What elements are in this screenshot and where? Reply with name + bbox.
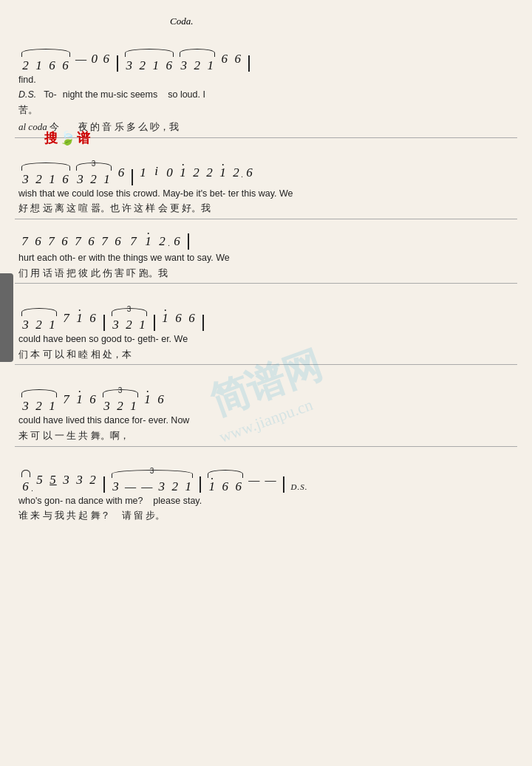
logo-text2: 谱 <box>77 129 90 147</box>
note-6c: 6 <box>100 52 113 66</box>
notes-row-2: 3 2 1 6 3 3 2 1 6 1 i 0 1 2 2 1 2. 6 <box>15 144 517 187</box>
bar-s6-1 <box>103 476 105 493</box>
divider-2 <box>15 219 517 219</box>
bar-s6-3 <box>283 476 284 493</box>
bar-line-1 <box>117 55 118 72</box>
section-1: Coda. 2 1 6 6 — 0 6 3 2 1 6 3 2 <box>15 11 517 134</box>
divider-4 <box>15 364 517 365</box>
coda-label: Coda. <box>170 16 193 27</box>
note-6f: 6 <box>231 52 245 66</box>
logo-text: 搜 <box>44 129 58 147</box>
section-4: 3 2 1 7 1 6 3 3 2 1 1 6 6 could have bee… <box>15 290 517 361</box>
note-1c: 1 <box>204 58 217 73</box>
arc-s4-1: 3 2 1 <box>19 304 59 332</box>
note-1b: 1 <box>149 58 163 73</box>
notes-row-3: 7 6 7 6 7 6 7 6 7 1 2. 6 <box>15 225 517 251</box>
arc-s5-2: 3 3 2 1 <box>100 386 140 414</box>
note-6e: 6 <box>218 52 231 66</box>
logo: 搜 🍃 谱 <box>44 129 90 147</box>
arc-group-1: 2 1 6 6 <box>19 45 72 73</box>
lyrics-cn-6: 谁 来 与 我 共 起 舞？ 请 留 步。 <box>15 508 517 523</box>
section-6: 6. 5 5 3 3 2 3 3 — — 3 2 1 1 6 6 <box>15 453 517 523</box>
note-1: 1 <box>33 58 46 73</box>
arc-6-1: 6. <box>19 466 33 494</box>
arc-s4-2: 3 3 2 1 <box>109 304 149 332</box>
arc-s6-2: 3 3 — — 3 2 1 <box>109 466 195 494</box>
arc-s5-1: 3 2 1 <box>19 386 59 414</box>
lyrics-cn-1b: al coda 今 夜 的 音 乐 多 么 吵，我 <box>15 120 517 134</box>
lyrics-en-5: could have lived this dance for- ever. N… <box>15 414 517 428</box>
note-6: 6 <box>46 58 59 73</box>
note-2: 2 <box>19 58 33 73</box>
bar-s4-1 <box>103 315 105 331</box>
lyrics-en-2: wish that we could lose this crowd. May-… <box>15 187 517 201</box>
bar-s4-2 <box>154 315 155 331</box>
arc-s2-1: 3 2 1 6 <box>19 159 72 187</box>
note-3b: 3 <box>177 58 191 73</box>
bar-s6-2 <box>200 476 201 493</box>
lyrics-cn-4: 们 本 可 以 和 睦 相 处，本 <box>15 347 517 362</box>
notes-row-6: 6. 5 5 3 3 2 3 3 — — 3 2 1 1 6 6 <box>15 453 517 494</box>
lyrics-en-1a: find. <box>15 73 517 87</box>
divider-5 <box>15 446 517 447</box>
divider-1 <box>15 137 517 138</box>
page: 简谱网 www.jianpu.cn 搜 🍃 谱 { "sections": [ … <box>0 0 532 766</box>
note-6b: 6 <box>59 58 72 73</box>
notes-row-4: 3 2 1 7 1 6 3 3 2 1 1 6 6 <box>15 290 517 332</box>
lyrics-en-6: who's gon- na dance with me? please stay… <box>15 494 517 508</box>
arc-s2-2: 3 3 2 1 <box>74 159 114 187</box>
divider-3 <box>15 283 517 284</box>
left-tab-decoration <box>0 273 13 362</box>
lyrics-cn-2: 好 想 远 离 这 喧 嚣。也 许 这 样 会 更 好。我 <box>15 201 517 216</box>
lyrics-cn-5: 来 可 以 一 生 共 舞。啊， <box>15 428 517 443</box>
note-0: 0 <box>89 52 100 66</box>
bar-s2 <box>132 169 133 185</box>
bar-s4-3 <box>202 315 204 331</box>
lyrics-cn-3: 们 用 话 语 把 彼 此 伤 害 吓 跑。我 <box>15 266 517 281</box>
note-dash: — <box>73 52 89 66</box>
logo-leaf-icon: 🍃 <box>59 130 75 146</box>
note-2c: 2 <box>191 58 204 73</box>
notes-row-5: 3 2 1 7 1 6 3 3 2 1 1 6 <box>15 371 517 414</box>
note-2b: 2 <box>136 58 149 73</box>
arc-group-2: 3 2 1 6 <box>123 45 176 73</box>
lyrics-en-1b: D.S. To- night the mu-sic seems so loud.… <box>15 88 517 102</box>
lyrics-cn-1a: 苦。 <box>15 103 517 117</box>
bar-line-end1 <box>248 55 250 72</box>
note-6d: 6 <box>163 58 176 73</box>
lyrics-en-3: hurt each oth- er with the things we wan… <box>15 251 517 265</box>
lyrics-en-4: could have been so good to- geth- er. We <box>15 332 517 346</box>
notes-row-1: 2 1 6 6 — 0 6 3 2 1 6 3 2 1 6 6 <box>15 32 517 73</box>
arc-group-3: 3 2 1 <box>177 45 217 73</box>
section-2: 3 2 1 6 3 3 2 1 6 1 i 0 1 2 2 1 2. 6 <box>15 144 517 216</box>
section-5: 3 2 1 7 1 6 3 3 2 1 1 6 could have lived… <box>15 371 517 442</box>
bar-s3 <box>188 233 189 250</box>
section-3: 7 6 7 6 7 6 7 6 7 1 2. 6 hurt each oth- … <box>15 225 517 280</box>
ds-label: D.S. <box>288 482 308 494</box>
note-3: 3 <box>123 58 136 73</box>
arc-s6-3: 1 6 6 <box>205 466 245 494</box>
